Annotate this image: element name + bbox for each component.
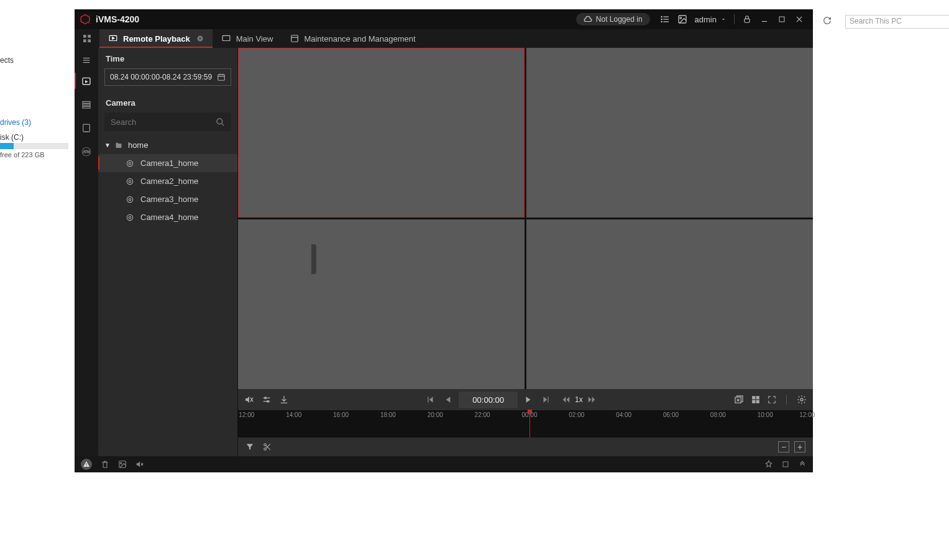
list-icon[interactable] [656,11,674,28]
refresh-icon[interactable] [823,16,833,26]
app-logo-icon [80,14,91,25]
zoom-out-button[interactable]: − [778,441,789,452]
speed-up-icon[interactable] [587,395,597,404]
trash-icon[interactable] [101,460,109,469]
video-cell-3[interactable] [238,219,525,389]
tab-label: Remote Playback [123,34,190,44]
tick: 22:00 [475,411,490,418]
svg-rect-76 [783,462,788,467]
download-icon[interactable] [279,395,289,405]
layout-grid-icon[interactable] [751,395,760,404]
panel-resize-handle[interactable] [311,244,316,274]
rail-calendar-mode[interactable] [75,69,98,93]
maintenance-icon [290,34,299,43]
svg-text:ATM: ATM [83,150,90,154]
prev-frame-icon[interactable] [426,395,435,404]
slow-down-icon[interactable] [561,395,571,404]
time-section-header: Time [98,48,237,68]
svg-point-44 [127,178,132,184]
filter-icon[interactable] [245,443,254,451]
login-status-pill[interactable]: Not Logged in [576,13,650,25]
restore-window-icon[interactable] [782,461,789,468]
svg-rect-11 [779,17,784,22]
rail-atm-mode[interactable]: ATM [75,140,98,163]
time-range-value: 08.24 00:00:00-08.24 23:59:59 [110,73,212,81]
next-frame-icon[interactable] [541,395,550,404]
camera-item-4[interactable]: Camera4_home [98,208,237,226]
camera-label: Camera3_home [140,195,198,204]
rail-pos-mode[interactable] [75,116,98,140]
svg-point-40 [217,118,222,124]
camera-label: Camera1_home [140,158,198,168]
svg-rect-32 [83,124,90,132]
tick: 06:00 [663,411,679,418]
video-cell-4[interactable] [526,219,813,389]
camera-search[interactable] [104,112,231,131]
tick: 04:00 [616,411,631,418]
chevron-up-icon[interactable] [798,460,807,469]
svg-rect-56 [428,397,429,402]
bg-drives-link[interactable]: drives (3) [0,118,31,127]
reverse-play-icon[interactable] [444,395,452,404]
close-icon[interactable] [791,11,808,28]
camera-item-3[interactable]: Camera3_home [98,190,237,208]
tab-close-icon[interactable] [196,35,204,42]
svg-point-8 [680,17,682,19]
titlebar: iVMS-4200 Not Logged in admin [75,9,813,29]
video-cell-2[interactable] [526,48,813,218]
tick: 20:00 [428,411,443,418]
user-menu[interactable]: admin [695,15,727,24]
timeline[interactable]: 12:00 14:00 16:00 18:00 20:00 22:00 00:0… [238,410,813,438]
rail-event-mode[interactable] [75,93,98,116]
image-icon[interactable] [674,11,691,28]
camera-icon [126,213,134,222]
volume-off-icon[interactable] [135,460,144,469]
svg-rect-71 [86,466,87,466]
group-label: home [128,140,149,150]
play-icon[interactable] [524,395,533,404]
fullscreen-icon[interactable] [768,395,776,404]
playhead[interactable] [530,410,530,438]
camera-item-1[interactable]: Camera1_home [98,154,237,172]
tab-remote-playback[interactable]: Remote Playback [99,29,213,48]
body: ATM Time 08.24 00:00:00-08.24 23:59:59 C… [75,48,813,456]
tick: 12:00 [239,411,254,418]
lock-icon[interactable] [738,11,756,28]
explorer-search-input[interactable]: Search This PC [845,15,949,29]
tabbar: Remote Playback Main View Maintenance an… [75,29,813,48]
tree-group-home[interactable]: ▼ home [98,136,237,154]
alert-badge-icon[interactable] [81,459,92,470]
folder-icon [114,142,123,149]
maximize-icon[interactable] [773,11,791,28]
tick: 10:00 [758,411,773,418]
bg-text: ects [0,56,14,65]
close-all-icon[interactable] [734,395,744,405]
svg-point-49 [129,216,131,219]
gear-icon[interactable] [797,395,807,405]
svg-rect-62 [756,396,759,399]
pin-icon[interactable] [764,460,773,469]
tick: 08:00 [710,411,726,418]
svg-rect-70 [86,464,87,466]
tab-maintenance[interactable]: Maintenance and Management [282,29,424,48]
svg-rect-31 [83,106,90,108]
time-range-input[interactable]: 08.24 00:00:00-08.24 23:59:59 [104,68,231,86]
login-status-text: Not Logged in [596,15,643,24]
apps-grid-icon[interactable] [75,29,99,48]
video-cell-1[interactable] [238,48,525,218]
settings-sliders-icon[interactable] [262,395,272,405]
picture-icon[interactable] [118,460,127,469]
hamburger-icon[interactable] [75,52,98,69]
minimize-icon[interactable] [756,11,773,28]
bg-free-label: free of 223 GB [0,151,45,158]
svg-point-5 [661,19,662,19]
playback-icon [108,34,118,43]
zoom-in-button[interactable]: + [794,441,805,452]
camera-item-2[interactable]: Camera2_home [98,172,237,190]
video-grid [238,48,813,389]
camera-label: Camera2_home [140,177,198,186]
scissors-icon[interactable] [263,443,272,451]
search-input[interactable] [111,117,216,127]
mute-icon[interactable] [244,395,254,405]
tab-main-view[interactable]: Main View [213,29,282,48]
